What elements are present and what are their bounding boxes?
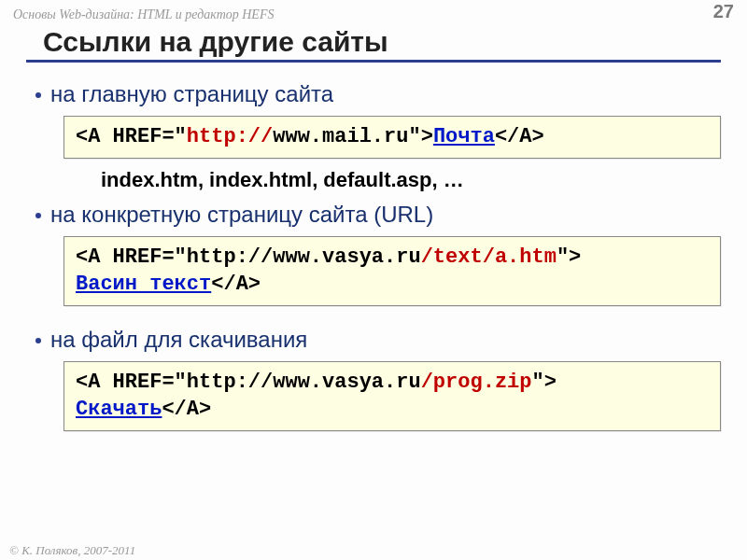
footer-copyright: © К. Поляков, 2007-2011 xyxy=(9,543,135,558)
header-bar: Основы Web-дизайна: HTML и редактор HEFS… xyxy=(0,0,747,22)
code-fragment: /prog.zip xyxy=(421,371,532,394)
code-fragment: <A HREF="http://www.vasya.ru xyxy=(76,245,421,269)
code-box-2: <A HREF="http://www.vasya.ru/text/a.htm"… xyxy=(63,236,721,306)
code-box-1: <A HREF="http://www.mail.ru">Почта</A> xyxy=(63,116,721,160)
code-fragment: </A> xyxy=(211,273,261,296)
code-fragment: <A HREF=" xyxy=(76,125,187,148)
header-title: Основы Web-дизайна: HTML и редактор HEFS xyxy=(13,7,274,22)
page-number: 27 xyxy=(713,1,734,22)
code-fragment: </A> xyxy=(162,398,211,421)
code-link-text: Скачать xyxy=(76,398,162,421)
code-fragment: "> xyxy=(532,371,557,394)
bullet-text: на конкретную страницу сайта (URL) xyxy=(50,202,433,229)
code-fragment: "> xyxy=(557,245,581,269)
title-underline: Ссылки на другие сайты xyxy=(26,26,721,63)
bullet-item: на файл для скачивания xyxy=(35,327,721,354)
bullet-dot-icon xyxy=(35,338,41,343)
code-fragment: <A HREF="http://www.vasya.ru xyxy=(76,371,421,394)
content-area: на главную страницу сайта <A HREF="http:… xyxy=(0,63,747,431)
bullet-dot-icon xyxy=(35,92,41,98)
bullet-item: на конкретную страницу сайта (URL) xyxy=(35,202,721,229)
bullet-text: на главную страницу сайта xyxy=(50,81,333,108)
code-fragment: /text/a.htm xyxy=(421,245,557,269)
code-box-3: <A HREF="http://www.vasya.ru/prog.zip"> … xyxy=(63,361,721,431)
slide: Основы Web-дизайна: HTML и редактор HEFS… xyxy=(0,0,747,560)
bullet-text: на файл для скачивания xyxy=(50,327,307,354)
bullet-item: на главную страницу сайта xyxy=(35,81,721,108)
code-fragment: www.mail.ru"> xyxy=(273,125,433,148)
bullet-dot-icon xyxy=(35,213,41,218)
code-fragment: </A> xyxy=(495,125,544,148)
slide-title: Ссылки на другие сайты xyxy=(43,26,721,58)
sub-note: index.htm, index.html, default.asp, … xyxy=(101,168,721,192)
code-link-text: Почта xyxy=(433,125,495,148)
code-link-text: Васин текст xyxy=(76,273,211,296)
code-fragment: http:// xyxy=(187,125,273,148)
